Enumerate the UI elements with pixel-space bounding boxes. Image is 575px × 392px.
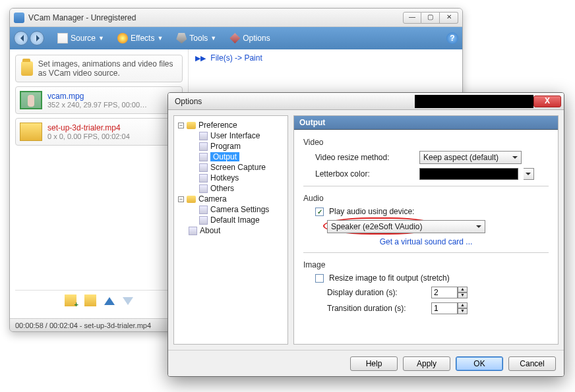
help-button[interactable]: ?	[446, 32, 458, 44]
leaf-icon	[199, 132, 208, 140]
tree-item-camera-settings[interactable]: Camera Settings	[177, 204, 285, 215]
letterbox-color-swatch[interactable]	[419, 168, 518, 180]
breadcrumb-item[interactable]: File(s)	[210, 53, 232, 63]
collapse-icon[interactable]: −	[178, 196, 184, 202]
audio-device-select[interactable]: Speaker (e2eSoft VAudio)	[327, 220, 485, 233]
tree-item-default-image[interactable]: Default Image	[177, 215, 285, 225]
hint-box: Set images, animations and video files a…	[15, 55, 183, 82]
file-meta: 352 x 240, 29.97 FPS, 00:00…	[47, 101, 147, 109]
hint-text: Set images, animations and video files a…	[38, 59, 177, 78]
tree-item-output[interactable]: Output	[177, 152, 285, 162]
virtual-sound-card-link[interactable]: Get a virtual sound card ...	[303, 237, 549, 246]
titlebar[interactable]: VCam Manager - Unregistered — ▢ ✕	[10, 9, 462, 27]
tree-label: Screen Capture	[210, 163, 266, 172]
file-name: set-up-3d-trialer.mp4	[47, 123, 130, 132]
breadcrumb: ▶▶ File(s) -> Paint	[195, 53, 456, 63]
display-duration-label: Display duration (s):	[327, 288, 426, 297]
nav-forward-button[interactable]	[30, 31, 44, 45]
tree-label: User Interface	[210, 131, 260, 140]
effects-icon	[117, 33, 128, 43]
transition-duration-label: Transition duration (s):	[327, 304, 426, 313]
file-item-1[interactable]: set-up-3d-trialer.mp4 0 x 0, 0.00 FPS, 0…	[15, 118, 183, 146]
collapse-icon[interactable]: −	[178, 123, 184, 128]
display-duration-input[interactable]	[431, 287, 458, 298]
info-icon	[189, 227, 197, 235]
close-button[interactable]: ✕	[440, 12, 458, 24]
toolbar: Source▼ Effects▼ Tools▼ Options ?	[10, 27, 462, 49]
folder-icon	[187, 122, 196, 129]
letterbox-color-label: Letterbox color:	[315, 169, 414, 179]
page-icon	[57, 33, 68, 43]
folder-icon	[187, 196, 196, 203]
group-label-audio: Audio	[303, 194, 549, 203]
resize-method-select[interactable]: Keep aspect (default)	[419, 151, 522, 164]
group-label-video: Video	[303, 138, 549, 147]
tree-label: Hotkeys	[210, 173, 239, 182]
file-thumb-icon	[20, 91, 42, 109]
letterbox-color-dropdown[interactable]	[524, 168, 534, 180]
dialog-title: Options	[175, 97, 402, 106]
add-file-button[interactable]	[65, 294, 76, 306]
breadcrumb-item[interactable]: Paint	[244, 53, 262, 63]
play-audio-label: Play audio using device:	[329, 207, 414, 216]
file-meta: 0 x 0, 0.00 FPS, 00:02:04	[47, 132, 130, 140]
transition-duration-spinner[interactable]: ▲▼	[431, 302, 468, 314]
divider	[303, 186, 549, 186]
options-icon	[229, 33, 240, 43]
dialog-close-button[interactable]: X	[533, 96, 561, 107]
dialog-titlebar[interactable]: Options X	[168, 93, 564, 110]
select-value: Speaker (e2eSoft VAudio)	[331, 222, 423, 231]
ok-button[interactable]: OK	[456, 356, 503, 371]
toolbar-source-label: Source	[71, 34, 96, 43]
breadcrumb-sep: ->	[235, 53, 242, 63]
transition-duration-input[interactable]	[431, 302, 458, 314]
minimize-button[interactable]: —	[403, 12, 421, 24]
file-item-0[interactable]: vcam.mpg 352 x 240, 29.97 FPS, 00:00…	[15, 86, 183, 114]
toolbar-tools-label: Tools	[189, 34, 208, 43]
toolbar-tools[interactable]: Tools▼	[169, 27, 223, 49]
toolbar-effects-label: Effects	[131, 34, 154, 43]
play-audio-checkbox[interactable]: ✓	[315, 208, 324, 216]
tree-label: About	[200, 226, 220, 235]
tree-label: Camera	[198, 194, 227, 204]
folder-icon	[21, 61, 33, 76]
display-duration-spinner[interactable]: ▲▼	[431, 287, 468, 298]
cancel-button[interactable]: Cancel	[508, 356, 556, 371]
leaf-icon	[199, 216, 208, 225]
redacted-area	[415, 95, 533, 108]
move-down-button[interactable]	[123, 297, 133, 310]
tree-pane: −Preference User Interface Program Outpu…	[173, 115, 288, 345]
spin-up-button[interactable]: ▲	[458, 302, 468, 308]
breadcrumb-arrows-icon: ▶▶	[195, 54, 206, 62]
tree-label: Default Image	[210, 215, 260, 225]
remove-file-button[interactable]	[84, 294, 96, 306]
tree-item-screen-capture[interactable]: Screen Capture	[177, 162, 285, 173]
toolbar-source[interactable]: Source▼	[51, 27, 111, 49]
nav-back-button[interactable]	[14, 31, 28, 45]
maximize-button[interactable]: ▢	[421, 12, 440, 24]
file-name: vcam.mpg	[47, 92, 147, 101]
help-button[interactable]: Help	[350, 356, 398, 371]
resize-image-checkbox[interactable]	[315, 274, 324, 283]
toolbar-effects[interactable]: Effects▼	[111, 27, 169, 49]
apply-button[interactable]: Apply	[403, 356, 450, 371]
tree-item-program[interactable]: Program	[177, 141, 285, 152]
tree-item-user-interface[interactable]: User Interface	[177, 130, 285, 141]
toolbar-options[interactable]: Options	[223, 27, 276, 49]
tree-node-preference[interactable]: −Preference	[177, 120, 285, 130]
leaf-icon	[199, 174, 208, 182]
tree-label: Program	[210, 142, 241, 151]
group-label-image: Image	[303, 260, 549, 269]
file-thumb-icon	[20, 123, 42, 141]
spin-up-button[interactable]: ▲	[458, 287, 468, 293]
resize-image-label: Resize image to fit output (stretch)	[329, 273, 450, 283]
tree-node-camera[interactable]: −Camera	[177, 194, 285, 204]
toolbar-options-label: Options	[243, 34, 270, 43]
tree-item-hotkeys[interactable]: Hotkeys	[177, 173, 285, 183]
tree-item-others[interactable]: Others	[177, 183, 285, 194]
app-icon	[14, 13, 24, 23]
tree-item-about[interactable]: About	[177, 225, 285, 236]
spin-down-button[interactable]: ▼	[458, 293, 468, 298]
spin-down-button[interactable]: ▼	[458, 308, 468, 314]
move-up-button[interactable]	[104, 292, 115, 305]
